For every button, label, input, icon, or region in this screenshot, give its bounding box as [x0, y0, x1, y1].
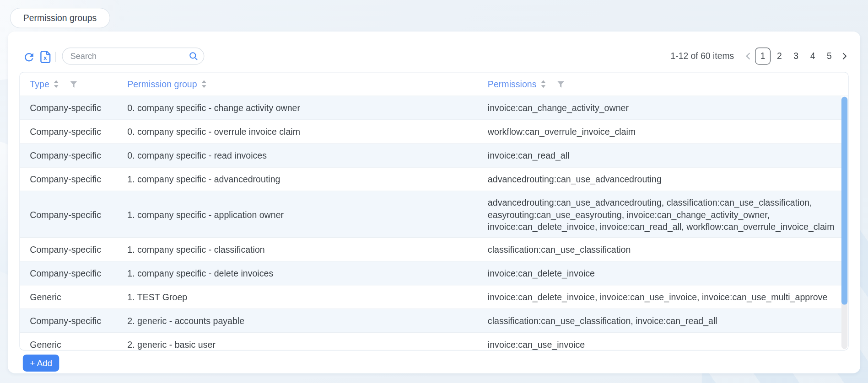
- sort-button[interactable]: [54, 80, 59, 88]
- cell-permission-group: 0. company specific - change activity ow…: [127, 97, 488, 118]
- search-box: [62, 48, 204, 65]
- cell-permissions: invoice:can_use_invoice: [488, 334, 841, 350]
- pagination: 1-12 of 60 items 12345: [670, 47, 851, 65]
- sort-button[interactable]: [201, 80, 206, 88]
- sort-icon: [541, 80, 546, 88]
- filter-funnel-icon: [557, 80, 565, 88]
- filter-button[interactable]: [557, 80, 565, 88]
- table-body: Company-specific0. company specific - ch…: [20, 96, 841, 350]
- cell-permission-group: 1. TEST Groep: [127, 286, 488, 308]
- cell-type: Generic: [20, 286, 128, 308]
- search-input[interactable]: [62, 48, 204, 65]
- cell-permissions: advancedrouting:can_use_advancedrouting,…: [488, 192, 841, 237]
- cell-type: Company-specific: [20, 144, 128, 166]
- pagination-page-1[interactable]: 1: [755, 47, 771, 65]
- pagination-page-4[interactable]: 4: [804, 47, 821, 65]
- cell-type: Company-specific: [20, 168, 128, 190]
- cell-permission-group: 1. company specific - advancedrouting: [127, 168, 488, 190]
- filter-funnel-icon: [70, 80, 78, 88]
- search-icon[interactable]: [189, 52, 199, 63]
- cell-type: Company-specific: [20, 239, 128, 260]
- cell-type: Company-specific: [20, 262, 128, 284]
- export-excel-button[interactable]: x: [40, 50, 51, 64]
- cell-permission-group: 2. generic - basic user: [127, 334, 488, 350]
- pagination-active-page-box: 1: [755, 48, 771, 65]
- pagination-summary: 1-12 of 60 items: [670, 51, 734, 61]
- cell-permissions: invoice:can_delete_invoice: [488, 262, 841, 284]
- table-row[interactable]: Company-specific0. company specific - ov…: [20, 120, 841, 144]
- table-row[interactable]: Generic1. TEST Groepinvoice:can_delete_i…: [20, 285, 841, 309]
- refresh-icon: [23, 51, 36, 64]
- refresh-button[interactable]: [22, 50, 36, 64]
- table-row[interactable]: Company-specific2. generic - accounts pa…: [20, 309, 841, 333]
- sort-button[interactable]: [541, 80, 546, 88]
- table-row[interactable]: Company-specific1. company specific - ad…: [20, 168, 841, 192]
- table-row[interactable]: Company-specific0. company specific - re…: [20, 144, 841, 168]
- cell-permissions: advancedrouting:can_use_advancedrouting: [488, 168, 841, 190]
- cell-type: Company-specific: [20, 203, 128, 225]
- table-header-row: TypePermission groupPermissions: [20, 72, 848, 96]
- cell-permission-group: 1. company specific - classification: [127, 239, 488, 260]
- tab-permission-groups-label: Permission groups: [23, 13, 97, 23]
- table-scrollbar-thumb[interactable]: [841, 97, 847, 305]
- column-label[interactable]: Permissions: [488, 79, 537, 89]
- svg-text:x: x: [43, 54, 47, 61]
- add-button-label: + Add: [30, 358, 52, 368]
- page: Permission groups x: [0, 0, 868, 383]
- sort-icon: [54, 80, 59, 88]
- table-row[interactable]: Generic2. generic - basic userinvoice:ca…: [20, 333, 841, 350]
- column-header-permissions: Permissions: [488, 79, 848, 89]
- pagination-prev-button[interactable]: [741, 47, 755, 65]
- cell-permissions: invoice:can_delete_invoice, invoice:can_…: [488, 286, 841, 308]
- cell-permissions: invoice:can_read_all: [488, 144, 841, 166]
- pagination-page-2[interactable]: 2: [771, 47, 787, 65]
- column-label[interactable]: Permission group: [127, 79, 197, 89]
- cell-permissions: classification:can_use_classification, i…: [488, 310, 841, 331]
- cell-permission-group: 0. company specific - read invoices: [127, 144, 488, 166]
- cell-permissions: invoice:can_change_activity_owner: [488, 97, 841, 118]
- cell-permission-group: 1. company specific - delete invoices: [127, 262, 488, 284]
- column-label[interactable]: Type: [30, 79, 49, 89]
- cell-type: Company-specific: [20, 310, 128, 331]
- toolbar-divider: [55, 52, 56, 62]
- pagination-page-3[interactable]: 3: [788, 47, 804, 65]
- add-button[interactable]: + Add: [23, 354, 59, 372]
- cell-type: Generic: [20, 334, 128, 350]
- table-row[interactable]: Company-specific1. company specific - de…: [20, 261, 841, 285]
- pagination-page-5[interactable]: 5: [821, 47, 837, 65]
- excel-export-icon: x: [40, 50, 51, 64]
- column-header-type: Type: [20, 79, 128, 89]
- sort-icon: [201, 80, 206, 88]
- permission-groups-table: TypePermission groupPermissions Company-…: [19, 72, 848, 351]
- cell-permission-group: 0. company specific - overrule invoice c…: [127, 121, 488, 142]
- table-row[interactable]: Company-specific1. company specific - ap…: [20, 192, 841, 238]
- pagination-next-button[interactable]: [837, 47, 851, 65]
- cell-permission-group: 1. company specific - application owner: [127, 203, 488, 225]
- chevron-left-icon: [744, 52, 752, 60]
- table-row[interactable]: Company-specific0. company specific - ch…: [20, 96, 841, 120]
- tab-permission-groups[interactable]: Permission groups: [10, 8, 110, 28]
- cell-permission-group: 2. generic - accounts payable: [127, 310, 488, 331]
- column-header-permission-group: Permission group: [127, 79, 488, 89]
- chevron-right-icon: [840, 52, 848, 60]
- cell-type: Company-specific: [20, 121, 128, 142]
- cell-type: Company-specific: [20, 97, 128, 118]
- cell-permissions: classification:can_use_classification: [488, 239, 841, 260]
- filter-button[interactable]: [70, 80, 78, 88]
- cell-permissions: workflow:can_overrule_invoice_claim: [488, 121, 841, 142]
- content-card: x 1-12 of 60 items 12345: [8, 32, 860, 373]
- table-row[interactable]: Company-specific1. company specific - cl…: [20, 238, 841, 261]
